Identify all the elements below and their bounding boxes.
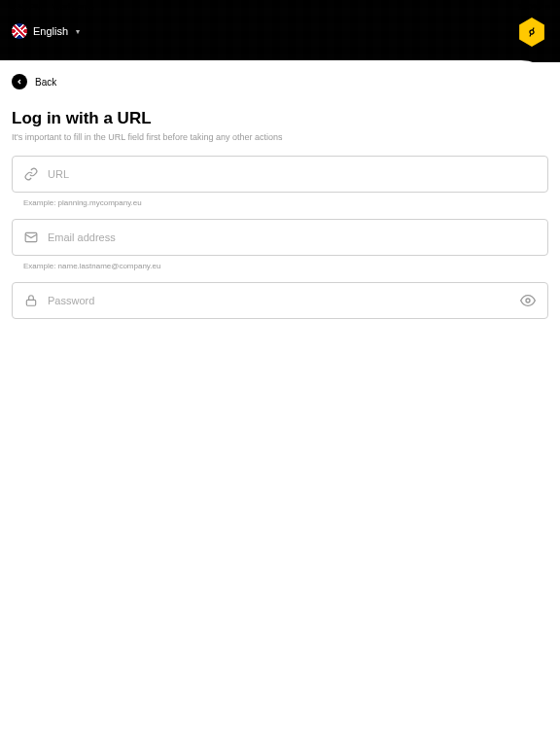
back-button[interactable]: Back [12, 74, 548, 89]
email-input[interactable] [48, 231, 536, 243]
email-hint: Example: name.lastname@company.eu [23, 262, 548, 270]
content-sheet: Back Log in with a URL It's important to… [0, 60, 560, 747]
email-input-wrap[interactable] [12, 219, 548, 256]
uk-flag-icon [12, 23, 27, 39]
status-time: 4:36 PM [10, 2, 43, 12]
back-arrow-icon [12, 74, 27, 89]
lock-icon [24, 294, 38, 307]
svg-point-3 [526, 299, 530, 302]
bee-icon [524, 24, 539, 39]
language-label: English [33, 25, 68, 37]
url-input[interactable] [48, 168, 536, 180]
password-input[interactable] [48, 295, 510, 306]
link-icon [24, 167, 38, 181]
status-date: Wed Jan 8 [52, 2, 94, 12]
status-battery: 100% [518, 2, 541, 12]
language-selector[interactable]: English ▾ [12, 23, 80, 39]
mail-icon [24, 231, 38, 244]
back-label: Back [35, 77, 56, 88]
url-hint: Example: planning.mycompany.eu [23, 198, 548, 207]
svg-point-0 [529, 29, 534, 34]
page-title: Log in with a URL [12, 109, 548, 128]
status-bar: 4:36 PM Wed Jan 8 100% ■ [0, 0, 560, 14]
chevron-down-icon: ▾ [76, 27, 80, 36]
password-input-wrap[interactable] [12, 282, 548, 319]
svg-rect-2 [26, 300, 35, 305]
url-input-wrap[interactable] [12, 156, 548, 193]
eye-icon[interactable] [520, 293, 536, 308]
page-subtitle: It's important to fill in the URL field … [12, 132, 548, 142]
